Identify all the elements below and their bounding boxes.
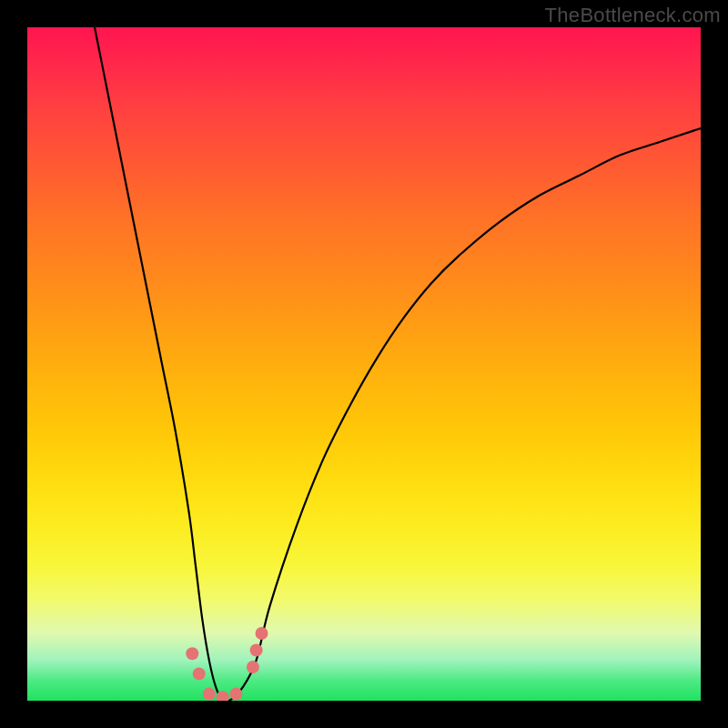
bottleneck-curve <box>27 27 701 701</box>
curve-marker <box>247 661 259 673</box>
plot-area <box>27 27 701 701</box>
curve-marker <box>229 688 242 701</box>
chart-frame: TheBottleneck.com <box>0 0 728 728</box>
curve-markers <box>186 627 268 701</box>
curve-marker <box>250 644 263 657</box>
curve-marker <box>203 688 216 701</box>
curve-line <box>95 27 701 701</box>
curve-marker <box>256 627 268 640</box>
curve-marker <box>186 647 198 660</box>
watermark-text: TheBottleneck.com <box>545 4 721 27</box>
curve-marker <box>193 667 206 680</box>
